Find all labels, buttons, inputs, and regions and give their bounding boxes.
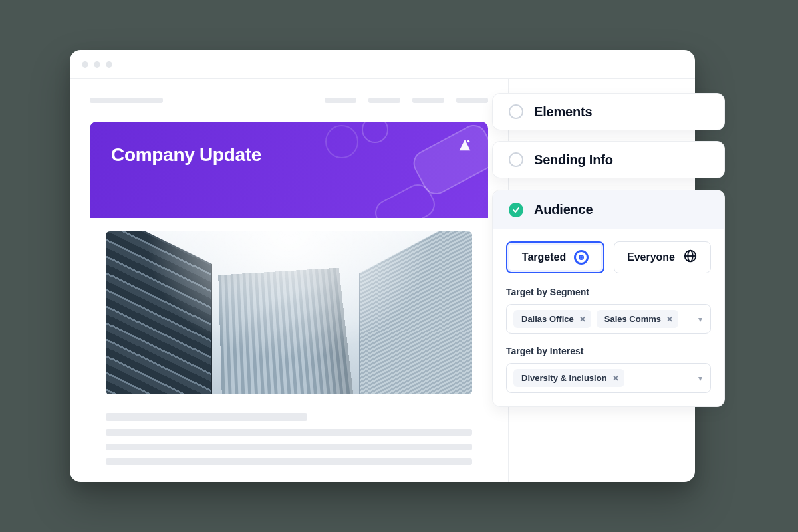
window-dot: [82, 61, 88, 68]
target-icon: [574, 250, 589, 265]
chevron-down-icon[interactable]: ▾: [698, 315, 702, 324]
panel-sending-title: Sending Info: [534, 152, 613, 168]
app-header-placeholder: [90, 98, 488, 103]
panel-audience-title: Audience: [534, 202, 593, 217]
step-indicator-icon: [509, 104, 523, 119]
preview-pane: Company Update: [70, 79, 509, 482]
remove-tag-icon[interactable]: ✕: [666, 315, 673, 324]
panel-elements-title: Elements: [534, 104, 592, 120]
segment-tag: Sales Comms ✕: [597, 310, 678, 328]
step-indicator-icon: [509, 152, 523, 167]
audience-tab-targeted[interactable]: Targeted: [506, 241, 604, 273]
interest-tag-label: Diversity & Inclusion: [521, 373, 607, 383]
audience-tab-everyone-label: Everyone: [627, 251, 675, 263]
segment-tag-input[interactable]: Dallas Office ✕ Sales Comms ✕ ▾: [506, 304, 711, 334]
email-body-placeholder: [90, 408, 488, 465]
window-dot: [94, 61, 100, 68]
window-dot: [106, 61, 112, 68]
chevron-down-icon[interactable]: ▾: [698, 374, 702, 383]
email-hero-image: [106, 231, 472, 394]
segment-tag-label: Dallas Office: [521, 314, 574, 324]
email-preview-card: Company Update: [90, 122, 488, 473]
panel-sending-info[interactable]: Sending Info: [492, 141, 725, 178]
email-hero: Company Update: [90, 122, 488, 218]
email-hero-title: Company Update: [111, 144, 467, 166]
step-complete-icon: [509, 203, 523, 217]
segment-field-label: Target by Segment: [506, 287, 711, 297]
brand-logo-icon: [458, 138, 472, 155]
audience-tab-everyone[interactable]: Everyone: [614, 241, 711, 273]
remove-tag-icon[interactable]: ✕: [579, 315, 586, 324]
panel-elements[interactable]: Elements: [492, 93, 725, 130]
browser-chrome: [70, 50, 695, 79]
remove-tag-icon[interactable]: ✕: [612, 374, 619, 383]
svg-point-0: [467, 140, 470, 143]
globe-icon: [683, 249, 698, 266]
panel-audience: Audience Targeted Everyone Target by Seg…: [492, 190, 725, 407]
segment-tag: Dallas Office ✕: [513, 310, 591, 328]
interest-tag-input[interactable]: Diversity & Inclusion ✕ ▾: [506, 363, 711, 393]
segment-tag-label: Sales Comms: [604, 314, 661, 324]
audience-tab-targeted-label: Targeted: [522, 251, 566, 263]
interest-field-label: Target by Interest: [506, 346, 711, 356]
interest-tag: Diversity & Inclusion ✕: [513, 369, 624, 387]
